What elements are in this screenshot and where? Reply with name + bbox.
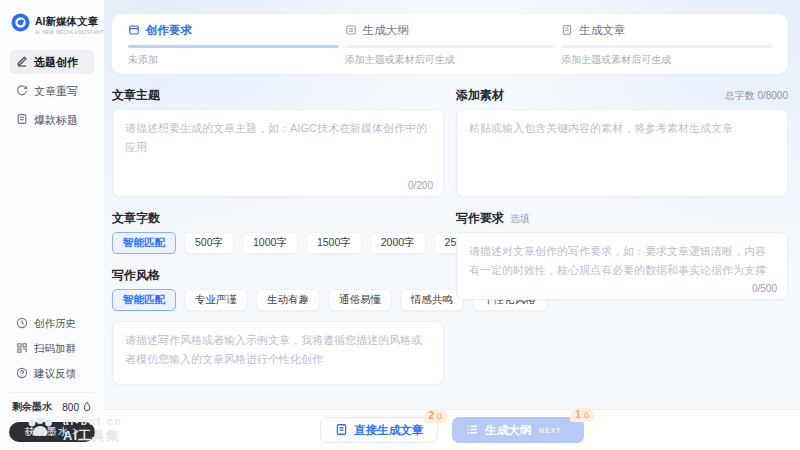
word-count-options: 智能匹配 500字 1000字 1500字 2000字 2500字以上 — [112, 232, 444, 254]
app-window: AI新媒体文章 AI NEW MEDIA ASSISTANT 选题创作 文章重写… — [0, 0, 800, 450]
remaining-ink-value: 800 — [62, 402, 79, 413]
app-subtitle: AI NEW MEDIA ASSISTANT — [35, 29, 104, 32]
step-generate-outline[interactable]: 生成大纲 添加主题或素材后可生成 — [345, 23, 556, 67]
topic-textarea-wrap: 0/200 — [112, 109, 444, 197]
form-right-column: 添加素材 总字数 0/8000 写作要求 选填 0/500 — [456, 87, 788, 385]
form-left-column: 文章主题 0/200 文章字数 智能匹配 500字 1000字 1500字 20… — [112, 87, 444, 385]
requirement-label: 写作要求 — [456, 210, 504, 227]
word-count-chip-smart[interactable]: 智能匹配 — [112, 232, 176, 254]
sidebar-item-label: 选题创作 — [34, 55, 78, 70]
document-icon — [335, 423, 348, 438]
step-generate-article[interactable]: 生成文章 添加主题或素材后可生成 — [561, 23, 772, 67]
word-count-chip-500[interactable]: 500字 — [184, 232, 234, 254]
step-progress-line — [561, 45, 772, 48]
topic-label: 文章主题 — [112, 87, 160, 104]
refresh-icon — [16, 84, 28, 98]
next-tag: NEXT — [539, 426, 561, 434]
sidebar-item-label: 建议反馈 — [34, 367, 76, 381]
get-ink-button[interactable]: 获取墨水 > — [9, 422, 95, 442]
sidebar-item-label: 创作历史 — [34, 317, 76, 331]
material-total-counter: 总字数 0/8000 — [725, 89, 788, 103]
style-chip-smart[interactable]: 智能匹配 — [112, 289, 176, 311]
step-label: 生成大纲 — [363, 23, 409, 38]
qr-code-icon — [16, 342, 28, 356]
generate-outline-label: 生成大纲 — [485, 423, 531, 438]
sidebar-item-label: 文章重写 — [34, 84, 78, 99]
style-chip-vivid[interactable]: 生动有趣 — [256, 289, 320, 311]
stepper: 创作要求 未添加 生成大纲 添加主题或素材后可生成 生成文章 添加主 — [112, 14, 788, 74]
step-status: 添加主题或素材后可生成 — [345, 53, 556, 67]
step-status: 添加主题或素材后可生成 — [561, 53, 772, 67]
sidebar-bottom: 创作历史 扫码加群 建议反馈 剩余墨水 800 获取墨水 > — [9, 313, 95, 442]
sidebar-divider — [11, 392, 93, 393]
step-status: 未添加 — [128, 53, 339, 67]
requirement-textarea-wrap: 0/500 — [456, 232, 788, 300]
sidebar-item-history[interactable]: 创作历史 — [9, 313, 95, 335]
sidebar-item-label: 扫码加群 — [34, 342, 76, 356]
style-textarea-wrap — [112, 321, 444, 385]
material-textarea-wrap — [456, 109, 788, 197]
material-total-value: 0/8000 — [757, 90, 788, 101]
requirement-counter: 0/500 — [752, 283, 777, 294]
word-count-chip-1500[interactable]: 1500字 — [306, 232, 362, 254]
material-input[interactable] — [457, 110, 787, 196]
sidebar-item-hot-title[interactable]: 爆款标题 — [9, 108, 95, 132]
style-label: 写作风格 — [112, 267, 160, 284]
style-chip-professional[interactable]: 专业严谨 — [184, 289, 248, 311]
remaining-ink-row: 剩余墨水 800 — [9, 400, 95, 414]
generate-article-label: 直接生成文章 — [354, 423, 423, 438]
requirement-input[interactable] — [457, 233, 787, 299]
style-options: 智能匹配 专业严谨 生动有趣 通俗易懂 情感共鸣 个性化风格 — [112, 289, 444, 311]
cost-value: 2 — [429, 410, 435, 422]
app-logo-block: AI新媒体文章 AI NEW MEDIA ASSISTANT — [9, 13, 95, 36]
step-label: 生成文章 — [579, 23, 625, 38]
step2-outline-icon — [345, 24, 357, 38]
word-count-chip-1000[interactable]: 1000字 — [242, 232, 298, 254]
generate-article-button[interactable]: 直接生成文章 2 — [320, 417, 438, 443]
sidebar-item-article-rewrite[interactable]: 文章重写 — [9, 79, 95, 103]
sidebar-item-qr-group[interactable]: 扫码加群 — [9, 338, 95, 360]
generate-outline-cost-badge: 1 — [570, 408, 595, 422]
question-icon — [16, 367, 28, 381]
word-count-chip-2000[interactable]: 2000字 — [370, 232, 426, 254]
creation-form: 文章主题 0/200 文章字数 智能匹配 500字 1000字 1500字 20… — [112, 87, 788, 385]
footer-action-bar: 直接生成文章 2 生成大纲 NEXT 1 — [104, 410, 800, 450]
remaining-ink-label: 剩余墨水 — [12, 400, 52, 414]
requirement-optional-tag: 选填 — [510, 212, 530, 226]
topic-counter: 0/200 — [408, 180, 433, 191]
app-title: AI新媒体文章 — [35, 15, 173, 29]
sidebar-item-label: 爆款标题 — [34, 113, 78, 128]
main-content: 创作要求 未添加 生成大纲 添加主题或素材后可生成 生成文章 添加主 — [104, 0, 800, 450]
cost-value: 1 — [575, 409, 581, 421]
app-logo-icon — [11, 13, 30, 36]
sidebar-item-topic-creation[interactable]: 选题创作 — [9, 50, 95, 74]
style-input[interactable] — [113, 322, 443, 384]
material-label: 添加素材 — [456, 87, 504, 104]
word-count-label: 文章字数 — [112, 210, 160, 227]
material-total-label: 总字数 — [725, 90, 755, 101]
sidebar-nav: 选题创作 文章重写 爆款标题 — [9, 50, 95, 137]
step-progress-line — [128, 45, 339, 48]
style-chip-accessible[interactable]: 通俗易懂 — [328, 289, 392, 311]
step-progress-line — [345, 45, 556, 48]
clock-icon — [16, 317, 28, 331]
generate-outline-button[interactable]: 生成大纲 NEXT 1 — [452, 417, 584, 443]
style-chip-emotional[interactable]: 情感共鸣 — [400, 289, 464, 311]
topic-input[interactable] — [113, 110, 443, 196]
sidebar-item-feedback[interactable]: 建议反馈 — [9, 363, 95, 385]
generate-article-cost-badge: 2 — [424, 409, 449, 423]
pen-icon — [16, 55, 28, 69]
sidebar: AI新媒体文章 AI NEW MEDIA ASSISTANT 选题创作 文章重写… — [0, 0, 104, 450]
step3-article-icon — [561, 24, 573, 38]
list-icon — [466, 423, 479, 438]
ink-drop-icon — [82, 401, 92, 414]
document-icon — [16, 113, 28, 127]
